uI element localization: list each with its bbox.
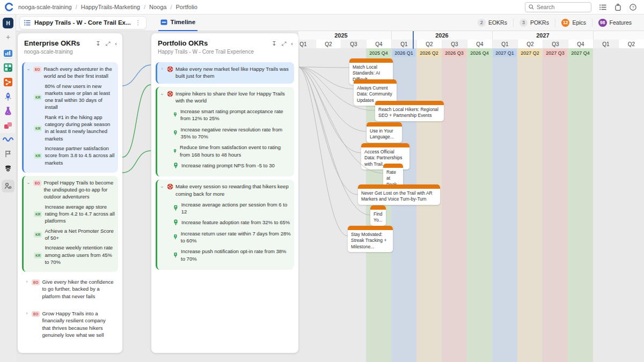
breadcrumb-item[interactable]: Portfolio [176,4,197,10]
chevron-down-icon[interactable]: ⌄ [159,91,165,96]
search-input[interactable] [537,4,585,10]
key-result-row[interactable]: KR Increase partner satisfaction score f… [34,145,115,166]
collapse-panel-icon[interactable]: ‹ [291,40,293,47]
eokrs-badge[interactable]: 2 EOKRs [472,19,513,27]
features-badge[interactable]: 98 Features [592,19,638,27]
quarter-cell: Q4 [366,40,391,48]
epics-count: 12 [561,19,569,27]
add-icon[interactable]: + [0,33,16,41]
wave-icon[interactable] [0,137,16,142]
enterprise-okrs-panel: Enterprise OKRs nooga-scale-training ↧ ⤢… [18,33,122,353]
key-result-row[interactable]: KR Increase weekly retention rate among … [34,244,115,265]
epic-card[interactable]: Find Yo... [370,205,386,226]
board-app-icon[interactable] [0,63,16,72]
eo-badge: EO [32,311,40,317]
chevron-down-icon[interactable]: ⌄ [26,66,31,71]
kebab-menu-icon[interactable]: ⋮ [135,19,142,26]
portfolio-objective-row[interactable]: ⌄ Make every session so rewarding that h… [156,180,294,270]
objective-title: Grow Happy Trails into a financially res… [42,310,115,338]
year-cell: 2026 [391,31,492,40]
strategy-icon[interactable] [0,77,16,87]
chevron-right-icon[interactable]: › [24,279,30,284]
enterprise-objective-row[interactable]: › EO Give every hiker the confidence to … [22,275,118,304]
quarter-cell: Q3 [341,40,366,48]
key-result-row[interactable]: Increase return user rate within 7 days … [173,230,291,245]
collapse-panel-icon[interactable]: ‹ [115,40,117,47]
key-result-row[interactable]: Increase average actions per session fro… [173,201,291,216]
app-logo-icon[interactable] [5,3,13,11]
tab-timeline[interactable]: Timeline [158,14,197,31]
reports-icon[interactable] [0,48,16,58]
expand-icon[interactable]: ⤢ [282,40,287,47]
breadcrumb-separator: / [170,4,172,10]
quarter-cell: Q3 [442,40,467,48]
help-icon[interactable]: ? [629,3,636,11]
board-title: Happy Trails - W - Core Trail Ex... [34,19,131,26]
kr-icon [173,234,178,240]
enterprise-objective-row[interactable]: ⌄ EO Reach every adventurer in the world… [22,62,118,173]
key-result-row[interactable]: Increase negative review resolution rate… [173,126,291,141]
epic-bar [358,184,440,189]
objective-title: Reach every adventurer in the world and … [43,65,115,80]
epic-bar [348,226,393,230]
key-result-row[interactable]: KR 80% of new users in new markets save … [34,83,115,111]
breadcrumb-item[interactable]: HappyTrails-Marketing [81,4,140,10]
epics-badge[interactable]: 12 Epics [555,19,592,27]
rocket-icon[interactable] [0,92,16,101]
quarter-chip: 2025 Q4 [367,49,390,57]
quarter-chip: 2026 Q2 [418,49,441,57]
quarter-cell: Q2 [618,40,644,48]
epic-card[interactable]: Stay Motivated: Streak Tracking + Milest… [348,226,393,252]
key-result-row[interactable]: Increase feature adoption rate from 32% … [173,219,291,226]
list-view-icon[interactable] [599,3,606,11]
kr-badge: KR [34,232,42,238]
epic-bar [354,79,397,84]
key-result-row[interactable]: KR Rank #1 in the hiking app category du… [34,114,115,142]
search-box[interactable] [525,2,591,12]
key-result-row[interactable]: Increase push notification opt-in rate f… [173,248,291,262]
epic-card[interactable]: Never Get Lost on the Trail with AR Mark… [358,184,440,205]
sort-icon[interactable]: ↧ [272,40,276,47]
kr-icon [173,219,178,226]
key-result-row[interactable]: KR Increase average app store rating fro… [34,203,115,225]
blocks-icon[interactable] [0,121,16,130]
quarter-chip: 2026 Q3 [443,49,466,57]
timeline-canvas[interactable]: 2025 2026 2027 Q1 Q2 Q3 Q4 Q1 Q2 Q3 Q4 Q… [298,31,644,362]
key-result-row[interactable]: Increase smart rating prompt acceptance … [173,108,291,122]
quarter-cell: Q4 [568,40,593,48]
breadcrumb-item[interactable]: Nooga [149,4,166,10]
portfolio-objective-row[interactable]: ⌄ Inspire hikers to share their love for… [156,87,294,177]
portfolio-objective-row[interactable]: › Make every new market feel like Happy … [156,62,294,84]
board-list-icon [24,20,31,26]
chevron-right-icon[interactable]: › [159,66,165,71]
org-chart-icon[interactable] [0,180,16,193]
package-icon[interactable] [614,3,621,11]
enterprise-objective-row[interactable]: › EO Grow Happy Trails into a financiall… [22,307,118,342]
chevron-down-icon[interactable]: ⌄ [26,180,31,185]
board-selector[interactable]: Happy Trails - W - Core Trail Ex... ⋮ [19,16,147,29]
enterprise-objective-row[interactable]: ⌄ EO Propel Happy Trails to become the u… [22,176,118,272]
key-result-row[interactable]: Increase rating prompt NPS from -5 to 30 [173,162,291,169]
panel-subtitle: nooga-scale-training [24,49,80,55]
objective-target-icon [167,183,173,190]
epic-card[interactable]: Reach Local Hikers: Regional SEO + Partn… [375,101,444,121]
eokrs-count: 2 [478,19,486,27]
key-result-row[interactable]: Reduce time from satisfaction event to r… [173,144,291,158]
quarter-cell: Q1 [298,40,316,48]
timeline-tab-icon [160,19,167,25]
flask-icon[interactable] [0,106,16,116]
epic-card[interactable]: Use in Your Language... [367,122,402,143]
chevron-right-icon[interactable]: › [24,311,30,316]
key-result-row[interactable]: KR Achieve a Net Promoter Score of 50+ [34,227,115,242]
epic-bar [375,101,444,105]
breadcrumb-item[interactable]: nooga-scale-training [18,4,72,10]
workspace-avatar[interactable]: H [3,18,13,28]
pokrs-badge[interactable]: 3 POKRs [513,19,555,27]
objective-target-icon [167,91,173,97]
flag-icon[interactable] [0,150,16,158]
chevron-down-icon[interactable]: ⌄ [159,183,165,189]
expand-icon[interactable]: ⤢ [106,40,111,47]
sort-icon[interactable]: ↧ [96,40,100,47]
objective-title: Give every hiker the confidence to go fu… [42,278,115,300]
drone-icon[interactable] [0,165,16,172]
